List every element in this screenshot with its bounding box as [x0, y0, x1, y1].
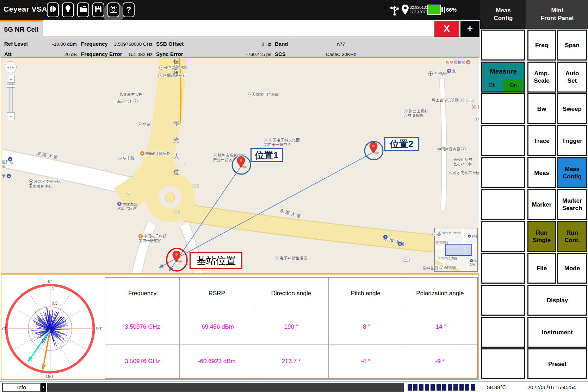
progress-block — [471, 384, 475, 391]
base-station-pin[interactable] — [169, 251, 184, 265]
progress-block — [437, 384, 441, 391]
map-poi-label: ATM — [402, 257, 410, 262]
param-value-ssb-offset: 0 Hz — [207, 42, 271, 47]
softkey-trigger[interactable]: Trigger — [557, 125, 587, 156]
position-1-pin[interactable] — [234, 156, 248, 170]
param-value-band: n77 — [306, 42, 376, 47]
purple-map-icon — [117, 202, 122, 206]
sidebar-header-meas-config: Meas Config — [480, 0, 526, 29]
battery-nub — [441, 7, 443, 12]
param-label-band: Band — [275, 41, 288, 47]
progress-block — [419, 384, 423, 391]
softkey-auto-set[interactable]: Auto Set — [557, 62, 587, 93]
softkey-marker-search[interactable]: Marker Search — [557, 189, 587, 220]
save-button[interactable] — [92, 2, 104, 17]
polar-tick-label: 180° — [46, 374, 55, 379]
map-view[interactable]: 蚌埠第十中学蚌埠如意嘉园双珠·长青苑蚌埠 实验高科花园 ◀▲▶ + − 烟 汕 … — [1, 57, 479, 274]
road-direction-arrow: ↑ — [184, 97, 186, 102]
dot-map-icon — [275, 256, 279, 260]
map-poi-label — [398, 242, 403, 246]
folder-open-button[interactable] — [77, 2, 89, 17]
measure-on-option[interactable]: On — [503, 79, 524, 91]
bus-map-icon — [398, 242, 402, 246]
map-poi-label: 中国电子科技 第四十研究所 — [138, 234, 167, 243]
softkey-meas-config[interactable]: Meas Config — [557, 157, 587, 188]
atm-icon: ATM — [402, 258, 410, 262]
progress-block — [442, 384, 446, 391]
dot-map-icon — [247, 92, 251, 96]
dot-map-icon — [462, 147, 466, 151]
position-2-pin[interactable] — [366, 142, 380, 156]
close-tab-button[interactable]: X — [434, 21, 459, 37]
dot-map-icon — [460, 98, 464, 102]
softkey-meas[interactable]: Meas — [527, 157, 556, 188]
softkey-marker[interactable]: Marker — [527, 189, 556, 220]
measurement-params-bar: Ref Level-10.00 dBmFrequency3.509760000 … — [0, 37, 480, 57]
softkey-empty-cell — [481, 93, 525, 124]
softkey-file[interactable]: File — [527, 253, 556, 284]
datetime-readout: 2022/06/16 15:45:54 — [527, 384, 576, 390]
softkey-run-single[interactable]: Run Single — [527, 221, 556, 252]
help-button[interactable]: ? — [123, 2, 135, 17]
hosp-map-icon — [29, 179, 33, 184]
dot-map-icon — [432, 232, 437, 236]
map-poi-label: 齐 — [432, 232, 441, 237]
param-value-frequency: 3.509760000 GHz — [110, 42, 153, 47]
atm-icon: ATM — [466, 99, 474, 103]
map-poi-label: 天成家电维修部 — [247, 92, 279, 97]
map-poi-label: 高科花园 — [422, 266, 444, 271]
map-poi-label: 天缘五交 水暖供应站 — [117, 202, 138, 211]
softkey-empty-cell — [481, 285, 525, 316]
softkey-freq[interactable]: Freq — [527, 30, 556, 61]
tab-5g-nr-cell[interactable]: 5G NR Cell — [0, 20, 43, 37]
results-table: FrequencyRSRPDirection anglePitch angleP… — [105, 277, 478, 379]
softkey-sweep[interactable]: Sweep — [557, 93, 587, 124]
softkey-trace[interactable]: Trace — [527, 125, 556, 156]
table-value-cell: -69.456 dBm — [180, 309, 254, 344]
camera-button[interactable] — [107, 2, 119, 17]
table-value-cell: 190 ° — [254, 309, 328, 344]
windows-icon — [49, 6, 56, 14]
polar-tick-label: 1 — [52, 286, 54, 291]
tab-bar — [0, 20, 480, 37]
softkey-mode[interactable]: Mode — [557, 253, 587, 284]
bulb-button[interactable] — [62, 2, 74, 17]
map-poi-label: 长青新村-5栋 — [119, 92, 142, 97]
info-dropdown[interactable]: Info — [2, 383, 41, 392]
progress-block — [448, 384, 452, 391]
measure-off-option[interactable]: Off — [489, 81, 496, 88]
polar-tick-label: 0° — [48, 279, 52, 284]
map-poi-label: 中国体育彩票 — [437, 147, 466, 152]
map-poi-label: 绅士台球俱乐部 — [432, 98, 465, 102]
table-value-cell: 3.50976 GHz — [105, 344, 180, 378]
map-poi-label: 电子41所生活区 — [275, 256, 307, 260]
softkey-display[interactable]: Display — [527, 285, 587, 316]
temperature-readout: 58.38℃ — [487, 384, 506, 391]
results-panel: 0°90°180°270°10.5 FrequencyRSRPDirection… — [1, 274, 479, 380]
map-poi-label: 新华照相馆 — [446, 60, 471, 65]
softkey-span[interactable]: Span — [557, 30, 587, 61]
road-direction-arrow: ↓ — [147, 235, 149, 240]
progress-block — [408, 384, 412, 391]
table-header-cell: Polarization angle — [403, 278, 477, 309]
info-dropdown-arrow-icon[interactable]: ▼ — [41, 383, 46, 392]
softkey-instrument[interactable]: Instrument — [527, 317, 587, 348]
hosp-map-icon — [428, 71, 433, 76]
measure-button[interactable]: MeasureOffOn — [481, 62, 525, 93]
map-poi-label: 瑞丰苑 — [118, 156, 134, 160]
map-poi-label: 张公山新村 七村-733栋 — [453, 157, 472, 166]
usb-icon — [389, 5, 400, 16]
dot-map-icon — [138, 122, 142, 126]
add-tab-button[interactable]: + — [460, 21, 479, 37]
map-poi-label: 恒顺烟酒商行 — [158, 73, 186, 78]
road-name-label: 华 光 大 道 — [173, 116, 179, 181]
road-direction-arrow: ↑ — [184, 162, 186, 166]
softkey-empty-cell — [481, 30, 525, 61]
top-toolbar: Ceyear VSA ? 32.920133117.320750 66% — [0, 0, 480, 20]
softkey-bw[interactable]: Bw — [527, 93, 556, 124]
softkey-run-cont-[interactable]: Run Cont. — [557, 221, 587, 252]
windows-button[interactable] — [47, 2, 59, 17]
softkey-preset[interactable]: Preset — [527, 348, 587, 379]
table-value-cell: -9 ° — [403, 344, 477, 378]
softkey-amp-scale[interactable]: Amp. Scale — [527, 62, 556, 93]
